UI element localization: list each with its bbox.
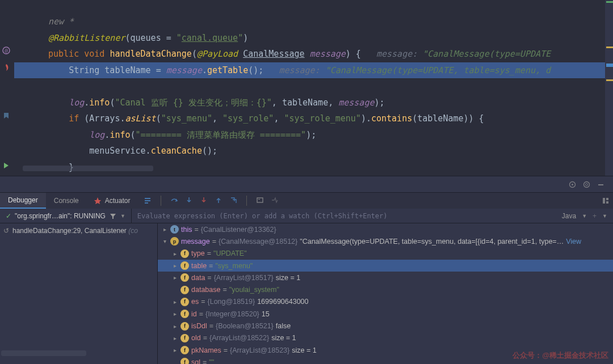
actuator-icon [94,197,102,205]
variable-row[interactable]: ▸f data = {ArrayList@18517} size = 1 [158,272,613,283]
flame-icon [2,64,10,71]
step-over-icon[interactable] [170,196,178,206]
eval-lang[interactable]: Java [562,212,576,220]
expand-arrow[interactable]: ▸ [171,274,178,281]
gear-icon[interactable] [582,180,591,189]
var-badge-icon: f [180,249,189,258]
stack-frame[interactable]: ↺ handleDataChange:29, CanalListener (co [0,225,157,237]
variable-row[interactable]: ▸f id = {Integer@18520} 15 [158,308,613,320]
svg-rect-13 [606,198,608,200]
svg-point-5 [586,183,588,185]
variable-row[interactable]: ▸t this = {CanalListener@13362} [158,223,613,235]
tab-console[interactable]: Console [46,193,87,209]
var-badge-icon: f [180,358,189,364]
frames-bar: ✓ "org.springfr…ain": RUNNING ▼ Evaluate… [0,209,613,223]
tab-actuator[interactable]: Actuator [87,197,137,205]
var-name: database [191,286,220,294]
var-name: data [191,274,205,282]
var-name: pkNames [191,346,221,354]
var-name: isDdl [191,322,207,330]
step-into-icon[interactable] [185,196,193,206]
var-name: table [191,262,207,270]
var-badge-icon: f [180,322,189,331]
expand-arrow[interactable]: ▸ [171,323,178,329]
svg-point-3 [572,184,573,185]
tab-debugger[interactable]: Debugger [0,193,46,209]
variable-row[interactable]: ▸f es = {Long@18519} 1699690643000 [158,296,613,308]
var-badge-icon: p [170,237,179,246]
variables-panel[interactable]: ▸t this = {CanalListener@13362}▾p messag… [158,223,613,364]
variable-row[interactable]: ▸f isDdl = {Boolean@18521} false [158,320,613,332]
run-gutter-icon[interactable] [2,162,10,170]
current-line: String tableName = message.getTable(); m… [14,62,613,79]
editor-h-scrollbar[interactable] [23,166,153,171]
variable-row[interactable]: ▸f old = {ArrayList@18522} size = 1 [158,332,613,344]
debug-body: ↺ handleDataChange:29, CanalListener (co… [0,223,613,364]
expand-arrow[interactable]: ▸ [171,311,178,317]
var-name: message [181,238,210,246]
var-name: this [181,226,192,234]
minimize-icon[interactable] [597,180,605,189]
var-badge-icon: f [180,334,189,342]
variable-row[interactable]: ▾p message = {CanalMessage@18512} "Canal… [158,235,613,247]
svg-rect-9 [145,202,148,204]
expand-arrow[interactable]: ▸ [171,263,178,269]
var-name: es [191,298,199,306]
var-name: id [191,310,197,318]
svg-rect-12 [603,198,605,204]
variable-row[interactable]: ▸f table = "sys_menu" [158,260,613,272]
var-badge-icon: f [180,273,189,282]
evaluate-icon[interactable] [256,196,264,206]
variable-row[interactable]: ▸f type = "UPDATE" [158,248,613,260]
debug-tabs: Debugger Console Actuator [0,193,613,209]
var-badge-icon: f [180,286,189,294]
var-name: old [191,334,201,342]
layout-icon[interactable] [602,197,613,205]
variable-row[interactable]: f database = "youlai_system" [158,283,613,295]
target-icon[interactable] [568,180,577,189]
var-badge-icon: f [180,298,189,306]
filter-icon[interactable] [109,213,117,219]
expand-arrow[interactable]: ▾ [161,238,168,244]
force-step-into-icon[interactable] [200,196,208,206]
expand-arrow[interactable]: ▸ [171,251,178,257]
svg-rect-11 [258,199,260,200]
svg-text:@: @ [5,48,8,53]
evaluate-input[interactable]: Evaluate expression (Enter) or add a wat… [132,212,388,220]
svg-rect-14 [606,201,608,204]
svg-point-4 [584,181,590,187]
var-name: type [191,249,205,257]
code-body[interactable]: new * @RabbitListener(queues = "canal.qu… [14,0,613,176]
expand-arrow[interactable]: ▸ [171,299,178,305]
expand-arrow[interactable]: ▸ [171,335,178,341]
code-editor[interactable]: @ new * @RabbitListener(queues = "canal.… [0,0,613,176]
thread-selector[interactable]: ✓ "org.springfr…ain": RUNNING ▼ [0,212,131,220]
svg-rect-7 [145,198,150,199]
expand-arrow[interactable]: ▸ [161,226,168,232]
view-link[interactable]: View [566,238,581,246]
expand-arrow[interactable]: ▸ [171,347,178,353]
editor-toolbar [0,176,613,193]
svg-rect-8 [145,200,150,201]
gutter: @ [0,0,14,176]
var-badge-icon: f [180,346,189,354]
add-watch-icon[interactable]: + [593,212,597,220]
watermark: 公众号：@稀土掘金技术社区 [513,350,608,361]
svg-rect-10 [257,198,263,202]
var-badge-icon: f [180,261,189,270]
frames-panel[interactable]: ↺ handleDataChange:29, CanalListener (co [0,223,158,364]
trace-icon[interactable] [271,196,279,206]
step-out-icon[interactable] [215,196,222,206]
error-stripe[interactable] [605,0,613,176]
frames-h-scrollbar[interactable] [1,350,86,356]
svg-rect-6 [598,184,603,185]
annotation-icon: @ [2,46,10,54]
var-name: sql [191,358,200,364]
var-badge-icon: t [170,225,179,234]
var-badge-icon: f [180,310,189,318]
drop-frame-icon[interactable] [229,196,237,206]
threads-icon[interactable] [144,196,152,206]
bookmark-icon [2,112,10,120]
inlay-new: new * [48,16,74,27]
